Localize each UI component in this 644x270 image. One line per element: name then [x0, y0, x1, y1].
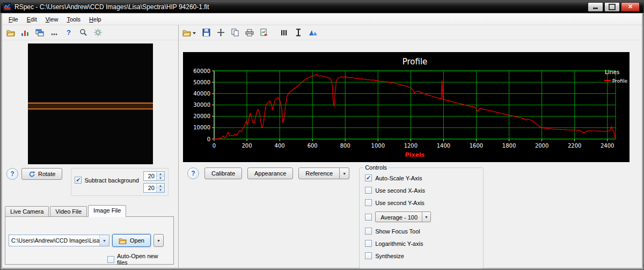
profile-chart[interactable]: 0100002000030000400005000060000020040060…: [183, 52, 630, 162]
menu-item-help[interactable]: Help: [85, 14, 106, 24]
profile-chart-svg[interactable]: 0100002000030000400005000060000020040060…: [183, 52, 630, 162]
average-combobox[interactable]: Average - 100▼: [375, 211, 431, 222]
svg-text:0: 0: [207, 136, 210, 142]
background-rows-top-spinner[interactable]: 20 ▲▼: [143, 171, 165, 181]
menu-item-view[interactable]: View: [41, 14, 63, 24]
app-icon: [3, 3, 11, 11]
checkbox-box[interactable]: [365, 199, 372, 206]
open-dropdown-button[interactable]: ▼: [153, 234, 164, 247]
svg-text:2000: 2000: [535, 143, 548, 149]
spinner-down-icon[interactable]: ▼: [157, 188, 164, 193]
image-panel: ? ?: [2, 25, 179, 268]
print-icon[interactable]: [244, 27, 255, 38]
magnifier-icon[interactable]: [78, 27, 89, 38]
path-value[interactable]: C:\Users\Andrew\CCD Images\Lisa: [9, 235, 99, 246]
auto-open-label: Auto-Open new files: [117, 253, 170, 266]
checkbox-box[interactable]: [365, 252, 372, 259]
title-bar: RSpec - C:\Users\Andrew\CCD Images\Lisa\…: [1, 1, 643, 13]
checkbox-box[interactable]: [107, 256, 114, 263]
fit-vertical-icon[interactable]: [293, 27, 304, 38]
export-profile-icon[interactable]: [259, 27, 269, 38]
menu-item-edit[interactable]: Edit: [23, 14, 41, 24]
control-label: Use second Y-Axis: [375, 200, 425, 206]
open-profile-icon[interactable]: [182, 27, 197, 38]
calibrate-button[interactable]: Calibrate: [204, 167, 242, 179]
help-icon[interactable]: ?: [63, 27, 74, 38]
checkbox-box[interactable]: [365, 174, 372, 181]
auto-open-checkbox[interactable]: Auto-Open new files: [107, 253, 170, 266]
source-tabs: Live CameraVideo FileImage File: [2, 196, 178, 216]
controls-group-title: Controls: [363, 164, 389, 171]
spectrum-selection-line-bottom[interactable]: [28, 108, 153, 110]
open-image-icon[interactable]: [5, 27, 16, 38]
fit-horizontal-icon[interactable]: [308, 27, 318, 38]
svg-text:50000: 50000: [193, 79, 210, 85]
maximize-button[interactable]: [604, 2, 620, 12]
control-label: Synthesize: [375, 253, 404, 259]
help-button[interactable]: ?: [6, 168, 18, 180]
rotate-button[interactable]: Rotate: [21, 168, 62, 180]
control-use-second-x-axis[interactable]: Use second X-Axis: [365, 187, 479, 194]
columns-icon[interactable]: [279, 27, 289, 38]
chevron-down-icon[interactable]: ▼: [422, 212, 430, 222]
checkbox-box[interactable]: [365, 240, 372, 247]
cascade-windows-icon[interactable]: [34, 27, 45, 38]
svg-text:Profile: Profile: [612, 78, 627, 84]
copy-icon[interactable]: [230, 27, 240, 38]
svg-text:2200: 2200: [568, 143, 581, 149]
tab-live-camera[interactable]: Live Camera: [5, 206, 49, 217]
subtract-background-group: Subtract background 20 ▲▼ 20 ▲▼: [71, 168, 169, 196]
control-show-focus-tool[interactable]: Show Focus Tool: [365, 228, 479, 235]
spectrum-selection-line-top[interactable]: [28, 103, 153, 104]
control-synthesize[interactable]: Synthesize: [365, 252, 479, 259]
appearance-button[interactable]: Appearance: [247, 167, 293, 179]
spinner-value[interactable]: 20: [144, 172, 156, 180]
image-preview[interactable]: [28, 43, 153, 164]
control-label: Logarithmic Y-axis: [375, 240, 423, 247]
spinner-up-icon[interactable]: ▲: [157, 184, 164, 188]
window-title: RSpec - C:\Users\Andrew\CCD Images\Lisa\…: [14, 3, 209, 11]
spinner-arrows[interactable]: ▲▼: [156, 184, 164, 192]
maximize-icon: [609, 4, 616, 10]
help-button-profile[interactable]: ?: [187, 167, 199, 179]
open-label: Open: [130, 237, 144, 244]
main-area: ? ?: [2, 25, 642, 268]
profile-panel: 0100002000030000400005000060000020040060…: [179, 25, 642, 268]
chevron-down-icon[interactable]: ▼: [99, 235, 109, 246]
tab-image-file[interactable]: Image File: [88, 205, 126, 217]
spinner-arrows[interactable]: ▲▼: [156, 172, 164, 180]
svg-text:20000: 20000: [193, 113, 210, 119]
control-logarithmic-y-axis[interactable]: Logarithmic Y-axis: [365, 240, 479, 247]
histogram-icon[interactable]: [20, 27, 31, 38]
subtract-background-checkbox[interactable]: Subtract background: [75, 177, 139, 184]
settings-gear-icon[interactable]: [92, 27, 103, 38]
menu-item-file[interactable]: File: [4, 14, 23, 24]
spinner-down-icon[interactable]: ▼: [157, 176, 164, 181]
reference-button[interactable]: Reference: [298, 167, 340, 179]
control-use-second-y-axis[interactable]: Use second Y-Axis: [365, 199, 479, 206]
svg-text:600: 600: [308, 143, 318, 149]
menu-item-tools[interactable]: Tools: [62, 14, 85, 24]
options-icon[interactable]: [49, 27, 60, 38]
spinner-up-icon[interactable]: ▲: [157, 172, 164, 176]
save-icon[interactable]: [201, 27, 211, 38]
svg-text:2400: 2400: [601, 143, 614, 149]
reference-dropdown-button[interactable]: ▼: [340, 167, 349, 179]
appearance-label: Appearance: [254, 170, 286, 177]
checkbox-box[interactable]: [365, 187, 372, 194]
close-button[interactable]: ✕: [621, 2, 640, 12]
control-auto-scale-y-axis[interactable]: Auto-Scale Y-Axis: [365, 174, 479, 181]
checkbox-box[interactable]: [75, 177, 82, 184]
control-average-100[interactable]: Average - 100▼: [365, 211, 479, 222]
checkbox-box[interactable]: [365, 214, 372, 221]
path-combobox[interactable]: C:\Users\Andrew\CCD Images\Lisa ▼: [9, 235, 109, 246]
background-rows-bottom-spinner[interactable]: 20 ▲▼: [143, 183, 165, 193]
spinner-value[interactable]: 20: [144, 184, 156, 192]
checkbox-box[interactable]: [365, 228, 372, 235]
tab-video-file[interactable]: Video File: [50, 206, 87, 217]
minimize-button[interactable]: [588, 2, 603, 12]
open-button[interactable]: Open: [112, 234, 151, 247]
crosshair-icon[interactable]: [215, 27, 226, 38]
profile-controls-row: ? Calibrate Appearance Reference ▼ Contr…: [179, 162, 642, 268]
svg-text:40000: 40000: [193, 91, 210, 97]
